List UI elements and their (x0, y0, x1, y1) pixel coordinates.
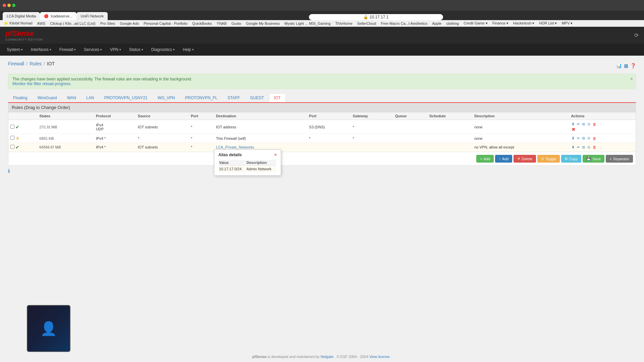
delete-button[interactable]: ✕ Delete (514, 155, 536, 163)
bookmark-mpv[interactable]: MPV ▾ (560, 21, 574, 26)
bookmark-qb[interactable]: QuickBooks (191, 21, 213, 26)
close-button[interactable] (3, 4, 6, 7)
bookmark-seller[interactable]: SellerCloud (356, 21, 377, 26)
row1-edit-icon[interactable]: ✏ (576, 122, 581, 127)
separator-button[interactable]: + Separator (606, 155, 633, 163)
window-controls[interactable] (3, 4, 15, 7)
bookmark-freemacro[interactable]: Free Macro Ca...t Aesthetics (380, 21, 428, 26)
alert-link[interactable]: Monitor the filter reload progress. (12, 81, 71, 86)
table-icon[interactable]: ▦ (624, 63, 628, 68)
chart-icon[interactable]: 📊 (616, 63, 622, 68)
separator-icon: + (609, 157, 611, 161)
nav-help[interactable]: Help ▾ (179, 45, 198, 55)
bookmark-personal[interactable]: Personal Capital - Portfolio (143, 21, 189, 26)
nav-help-caret: ▾ (192, 48, 194, 51)
row2-states: 0/651 KiB (37, 134, 94, 143)
col-protocol: Protocol (94, 112, 136, 120)
alert-close-button[interactable]: × (630, 76, 633, 81)
save-button[interactable]: 💾 Save (583, 155, 604, 163)
nav-vpn[interactable]: VPN ▾ (106, 45, 125, 55)
save-label: Save (592, 157, 601, 161)
row1-delete-icon[interactable]: 🗑 (592, 122, 597, 127)
tab-wireguard[interactable]: WireGuard (33, 93, 62, 103)
tab-protonvpn-fl[interactable]: PROTONVPN_FL (180, 93, 222, 103)
row3-action-icons: ⬇ ✏ ⧉ ⊙ 🗑 (571, 145, 634, 150)
row2-toggle-icon[interactable]: ⊙ (587, 136, 591, 141)
bookmark-google-biz[interactable]: Google My Business (245, 21, 281, 26)
row1-move-icon[interactable]: ⬇ (571, 122, 575, 127)
help-icon[interactable]: ❓ (630, 63, 636, 68)
bookmark-hdr[interactable]: HDR List ▾ (538, 21, 558, 26)
row3-edit-icon[interactable]: ✏ (576, 145, 581, 150)
tab-pfsense[interactable]: 🔴 lcadiaserve... (40, 12, 76, 20)
bookmark-clickup[interactable]: Clickup | Kilo...ad LLC (List) (49, 21, 97, 26)
bookmark-gusto[interactable]: Gusto (230, 21, 242, 26)
bookmark-kilobit[interactable]: ⭐ Kilobit Nomad (3, 21, 34, 26)
row3-clone-icon[interactable]: ⧉ (582, 145, 586, 150)
nav-system[interactable]: System ▾ (3, 45, 27, 55)
row1-actions: ⬇ ✏ ⧉ ⊙ 🗑 ✖ (569, 120, 636, 134)
bookmark-prosites[interactable]: Pro Sites (99, 21, 116, 26)
nav-services[interactable]: Services ▾ (80, 45, 106, 55)
nav-refresh-icon[interactable]: ⟳ (634, 32, 639, 39)
breadcrumb-rules[interactable]: Rules (30, 61, 42, 66)
row3-move-icon[interactable]: ⬇ (571, 145, 575, 150)
row3-delete-icon[interactable]: 🗑 (592, 145, 597, 149)
copy-button[interactable]: ⧉ Copy (561, 155, 581, 163)
row2-checkbox[interactable] (10, 136, 14, 140)
save-icon: 💾 (586, 157, 591, 161)
add-icon: + (480, 157, 482, 161)
nav-status[interactable]: Status ▾ (125, 45, 147, 55)
bookmark-finance[interactable]: Finance ▾ (491, 21, 509, 26)
tab-staff[interactable]: STAFF (222, 93, 245, 103)
bookmark-googleads[interactable]: Google Ads (119, 21, 140, 26)
minimize-button[interactable] (7, 4, 11, 7)
nav-diagnostics[interactable]: Diagnostics ▾ (147, 45, 179, 55)
info-icon[interactable]: ℹ (8, 168, 10, 174)
add2-button[interactable]: ↑ Add (495, 155, 512, 163)
nav-firewall[interactable]: Firewall ▾ (55, 45, 80, 55)
row3-destination-link[interactable]: LCA_Private_Networks (216, 145, 254, 149)
toggle-button[interactable]: ⊙ Toggle (537, 155, 560, 163)
maximize-button[interactable] (12, 4, 15, 7)
row1-clone-icon[interactable]: ⧉ (582, 122, 586, 127)
bookmark-credit[interactable]: Credit Game ▾ (463, 21, 488, 26)
breadcrumb-firewall[interactable]: Firewall (8, 61, 24, 66)
tab-lca[interactable]: LCA Digital Media (3, 12, 40, 20)
bookmark-aws[interactable]: AWS (36, 21, 47, 26)
tab-guest[interactable]: GUEST (245, 93, 269, 103)
col-states: States (37, 112, 94, 120)
row1-checkbox[interactable] (10, 125, 14, 129)
row2-clone-icon[interactable]: ⧉ (582, 136, 586, 141)
bookmark-tivo[interactable]: TiVoHome (334, 21, 354, 26)
bookmark-apple[interactable]: Apple (431, 21, 442, 26)
tab-iot[interactable]: IOT (269, 93, 286, 103)
bookmark-clothing[interactable]: clothing (445, 21, 460, 26)
row3-description: no VPN, allow all except (472, 143, 569, 152)
col-description: Description (472, 112, 569, 120)
tab-wg-vpn[interactable]: WG_VPN (153, 93, 180, 103)
row2-checkbox-cell: ⏸ (8, 134, 37, 143)
tab-protonvpn-usny21[interactable]: PROTONVPN_USNY21 (99, 93, 153, 103)
address-bar[interactable]: 🔒 10.17.17.1 (309, 14, 443, 20)
tab-wan[interactable]: WAN (62, 93, 82, 103)
row1-destination: IOT address (214, 120, 307, 134)
bookmark-hackintosh[interactable]: Hackintosh ▾ (512, 21, 535, 26)
row2-move-icon[interactable]: ⬇ (571, 136, 575, 141)
tab-lan[interactable]: LAN (81, 93, 99, 103)
row2-delete-icon[interactable]: 🗑 (592, 136, 597, 141)
nav-interfaces-caret: ▾ (50, 48, 51, 51)
row1-states: 27/1.91 MiB (37, 120, 94, 134)
tab-floating[interactable]: Floating (8, 93, 33, 103)
row3-toggle-icon[interactable]: ⊙ (587, 145, 591, 150)
row2-edit-icon[interactable]: ✏ (576, 136, 581, 141)
tab-unifi[interactable]: UniFi Network (76, 12, 108, 20)
add-button[interactable]: + Add (476, 155, 494, 163)
bookmark-ynab[interactable]: YNAB (216, 21, 228, 26)
nav-interfaces[interactable]: Interfaces ▾ (27, 45, 55, 55)
bookmark-mystic[interactable]: Mystic Light ... MSI_Gaming (283, 21, 332, 26)
row3-checkbox[interactable] (10, 145, 14, 149)
alias-tooltip-close[interactable]: × (274, 153, 277, 157)
row1-toggle-icon[interactable]: ⊙ (587, 122, 591, 127)
row1-disable-icon[interactable]: ✖ (571, 126, 576, 132)
